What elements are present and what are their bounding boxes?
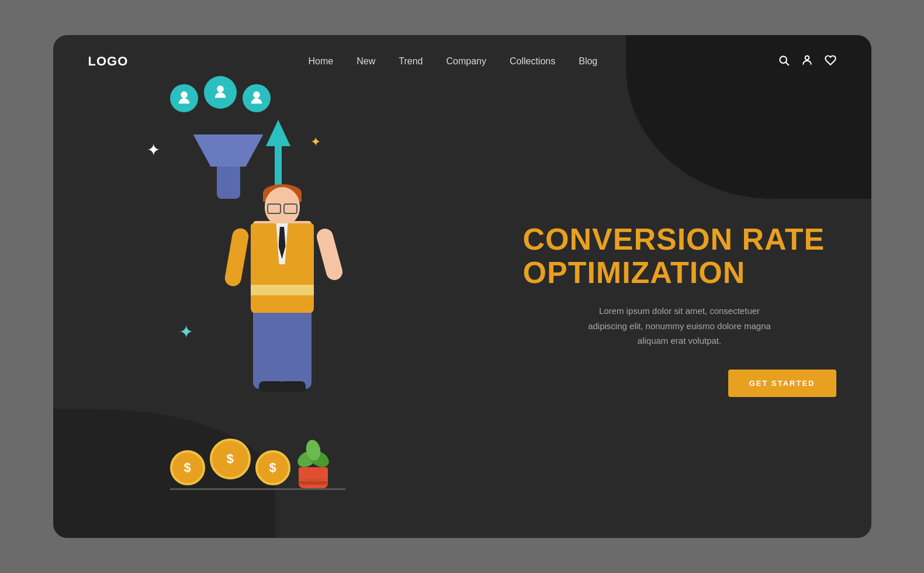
heart-icon[interactable] (825, 54, 836, 69)
coin-3: $ (255, 450, 290, 485)
sparkle-2: ✦ (310, 134, 321, 150)
nav-icons (778, 54, 836, 69)
character (224, 187, 341, 433)
right-content: CONVERSION RATE OPTIMIZATION Lorem ipsum… (500, 223, 836, 397)
char-vest-stripe (251, 285, 314, 295)
nav-home[interactable]: Home (309, 56, 334, 66)
user-circle-1 (170, 84, 198, 112)
svg-point-2 (805, 56, 809, 60)
ground-line (170, 488, 345, 490)
nav-blog[interactable]: Blog (579, 56, 597, 66)
svg-line-1 (785, 62, 788, 65)
svg-point-5 (253, 91, 260, 98)
plant-leaves (296, 439, 331, 471)
nav-trend[interactable]: Trend (399, 56, 423, 66)
funnel-top (193, 134, 264, 167)
navigation: LOGO Home New Trend Company Collections … (53, 35, 871, 88)
hero-subtitle: Lorem ipsum dolor sit amet, consectetuer… (586, 303, 773, 348)
main-content: $ $ $ ✦ (53, 88, 871, 532)
browser-window: LOGO Home New Trend Company Collections … (53, 35, 871, 538)
char-head (265, 187, 300, 225)
coins-group: $ $ $ (170, 439, 290, 485)
plant-pot (299, 467, 328, 488)
coin-2: $ (210, 439, 251, 479)
char-pants (253, 313, 312, 389)
nav-company[interactable]: Company (446, 56, 486, 66)
char-shoe-right (280, 381, 306, 392)
char-glasses (267, 203, 297, 212)
plant (299, 467, 328, 488)
sparkle-1: ✦ (147, 140, 160, 160)
svg-point-3 (181, 91, 188, 98)
illustration: $ $ $ ✦ (88, 88, 500, 532)
search-icon[interactable] (778, 54, 790, 69)
sparkle-3: ✦ (179, 322, 193, 342)
logo: LOGO (88, 54, 129, 69)
coin-1: $ (170, 450, 205, 485)
char-arm-right (314, 227, 344, 282)
char-arm-left (223, 227, 250, 287)
user-icon[interactable] (801, 54, 813, 69)
nav-new[interactable]: New (357, 56, 375, 66)
nav-links: Home New Trend Company Collections Blog (309, 56, 598, 67)
nav-collections[interactable]: Collections (510, 56, 555, 66)
hero-title: CONVERSION RATE OPTIMIZATION (523, 223, 836, 289)
svg-marker-8 (266, 120, 290, 146)
user-circle-3 (243, 84, 271, 112)
cta-button[interactable]: GET STARTED (728, 370, 836, 397)
